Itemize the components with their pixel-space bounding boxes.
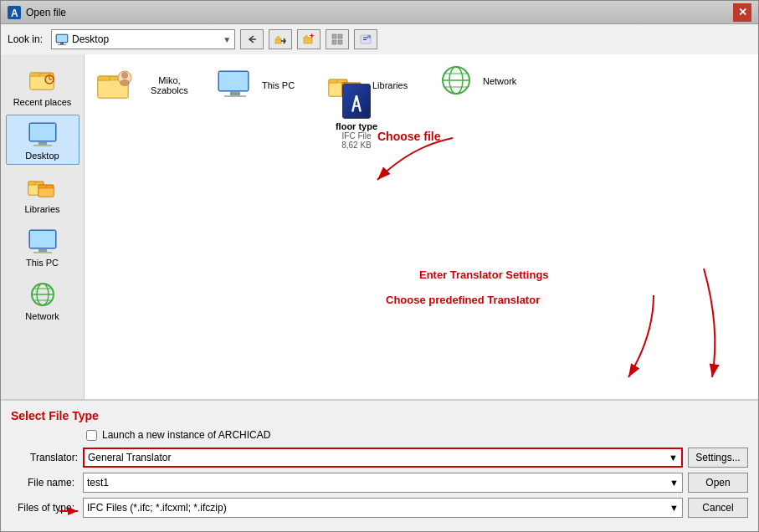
close-button[interactable]: ✕	[733, 3, 751, 22]
svg-rect-52	[230, 91, 240, 95]
svg-rect-12	[332, 40, 336, 44]
settings-button[interactable]: Settings...	[688, 448, 748, 468]
back-button[interactable]	[240, 29, 264, 49]
svg-rect-27	[38, 141, 47, 145]
sidebar: Recent places Desktop	[1, 54, 85, 399]
checkbox-row: Launch a new instance of ARCHICAD	[86, 429, 748, 441]
sidebar-network-label: Network	[25, 311, 59, 321]
look-in-label: Look in:	[8, 33, 43, 45]
main-area: Recent places Desktop	[1, 54, 758, 399]
filename-value: test1	[87, 477, 109, 489]
sidebar-desktop-label: Desktop	[25, 151, 59, 161]
sidebar-item-network[interactable]: Network	[6, 275, 79, 325]
svg-rect-13	[338, 40, 342, 44]
app-icon: A	[8, 6, 21, 19]
svg-rect-11	[338, 34, 342, 38]
new-folder-button[interactable]: +	[297, 29, 321, 49]
select-file-type-label: Select File Type	[11, 409, 748, 422]
filetype-arrow-icon: ▼	[669, 503, 679, 513]
svg-rect-33	[38, 188, 54, 197]
dialog-title: Open file	[26, 7, 66, 18]
file-network-label: Network	[483, 76, 516, 86]
translator-value: General Translator	[88, 452, 171, 463]
launch-instance-checkbox[interactable]	[86, 430, 97, 441]
title-bar-left: A Open file	[8, 6, 66, 19]
open-button[interactable]: Open	[688, 473, 748, 493]
svg-rect-66	[343, 84, 371, 118]
desktop-sidebar-icon	[26, 119, 59, 149]
filetype-label: Files of type:	[11, 502, 78, 514]
filetype-value: IFC Files (*.ifc; *.ifcxml; *.ifczip)	[87, 502, 227, 514]
svg-rect-31	[28, 182, 35, 185]
file-miko-label: Miko, Szabolcs	[141, 75, 198, 95]
svg-rect-46	[98, 76, 110, 80]
filename-combo[interactable]: test1 ▼	[83, 473, 683, 493]
up-button[interactable]	[269, 29, 292, 49]
svg-point-49	[120, 79, 130, 86]
svg-rect-51	[219, 72, 248, 90]
this-pc-sidebar-icon	[26, 226, 59, 256]
filename-row: File name: test1 ▼ Open	[11, 473, 748, 493]
svg-text:A: A	[11, 8, 18, 19]
info-button[interactable]: i	[354, 29, 377, 49]
translator-row: Translator: General Translator ▼ Setting…	[11, 448, 748, 468]
sidebar-recent-label: Recent places	[13, 97, 72, 107]
cancel-button[interactable]: Cancel	[688, 498, 748, 518]
user-folder-icon	[96, 66, 134, 103]
sidebar-item-desktop[interactable]: Desktop	[6, 115, 79, 165]
svg-point-48	[121, 72, 128, 79]
svg-rect-10	[332, 34, 336, 38]
file-floor-type-size: 8,62 KB	[341, 141, 372, 150]
svg-rect-26	[30, 124, 55, 141]
sidebar-this-pc-label: This PC	[26, 258, 59, 268]
filetype-row: Files of type: IFC Files (*.ifc; *.ifcxm…	[11, 498, 748, 518]
file-item-this-pc[interactable]: This PC	[212, 63, 312, 106]
file-item-network[interactable]: Network	[433, 54, 533, 106]
translator-label: Translator:	[11, 452, 78, 463]
launch-instance-label: Launch a new instance of ARCHICAD	[102, 429, 270, 441]
location-combo[interactable]: Desktop ▼	[51, 29, 235, 49]
file-item-miko[interactable]: Miko, Szabolcs	[93, 63, 202, 106]
file-item-floor-type[interactable]: floor type IFC File 8,62 KB	[319, 79, 394, 153]
translator-combo[interactable]: General Translator ▼	[83, 448, 683, 468]
recent-places-icon	[26, 65, 59, 95]
svg-rect-4	[58, 44, 66, 45]
network-file-icon	[436, 62, 476, 99]
network-sidebar-icon	[26, 279, 59, 309]
location-text: Desktop	[72, 33, 219, 45]
file-this-pc-label: This PC	[262, 80, 295, 90]
svg-text:+: +	[310, 33, 314, 40]
svg-rect-28	[33, 145, 52, 146]
libraries-sidebar-icon	[26, 172, 59, 202]
view-button[interactable]	[326, 29, 349, 49]
filetype-combo[interactable]: IFC Files (*.ifc; *.ifcxml; *.ifczip) ▼	[83, 498, 683, 518]
svg-rect-20	[30, 76, 54, 90]
translator-arrow-icon: ▼	[669, 453, 678, 463]
toolbar: Look in: Desktop ▼	[1, 24, 758, 54]
sidebar-item-this-pc[interactable]: This PC	[6, 222, 79, 272]
svg-rect-38	[33, 252, 52, 253]
file-area: Miko, Szabolcs This PC	[85, 54, 758, 399]
bottom-panel: Select File Type Launch a new instance o…	[1, 399, 758, 531]
svg-text:i: i	[368, 35, 369, 39]
location-arrow: ▼	[223, 35, 231, 44]
svg-rect-5	[57, 35, 67, 42]
sidebar-libraries-label: Libraries	[24, 204, 59, 214]
file-floor-type-label: floor type	[336, 121, 377, 131]
svg-rect-36	[30, 231, 55, 248]
this-pc-file-icon	[215, 66, 255, 103]
svg-rect-7	[275, 39, 281, 43]
desktop-icon	[55, 33, 69, 46]
svg-rect-37	[38, 248, 47, 252]
open-file-dialog: A Open file ✕ Look in: Desktop ▼	[0, 0, 759, 532]
ifc-file-icon	[336, 83, 377, 120]
sidebar-item-libraries[interactable]: Libraries	[6, 168, 79, 218]
svg-rect-3	[60, 43, 64, 44]
filename-label: File name:	[11, 477, 78, 489]
file-floor-type-subtype: IFC File	[342, 131, 372, 141]
filename-arrow-icon: ▼	[669, 478, 679, 488]
svg-rect-34	[38, 185, 46, 188]
sidebar-item-recent-places[interactable]: Recent places	[6, 61, 79, 111]
svg-rect-53	[224, 95, 246, 97]
title-bar: A Open file ✕	[1, 1, 758, 24]
